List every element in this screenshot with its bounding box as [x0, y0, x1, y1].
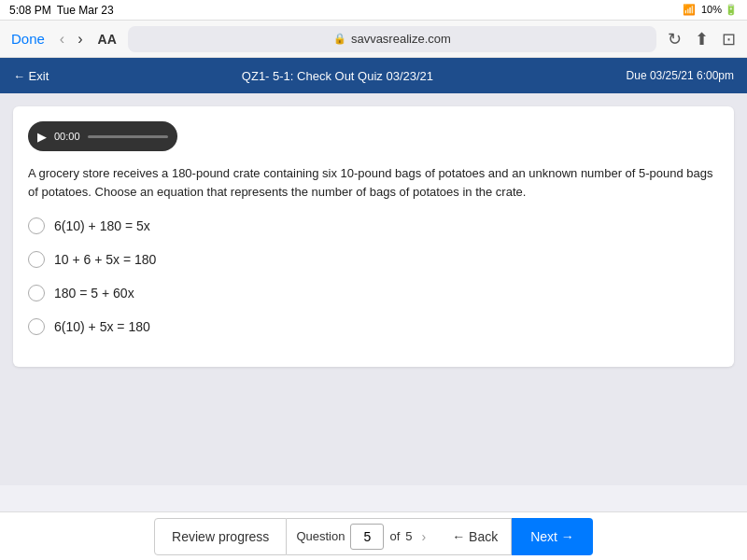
question-number-input[interactable] — [350, 524, 384, 550]
main-content: ▶ 00:00 A grocery store receives a 180-p… — [0, 93, 747, 485]
of-label: of — [389, 529, 400, 543]
total-questions: 5 — [405, 529, 412, 543]
audio-player[interactable]: ▶ 00:00 — [28, 121, 177, 151]
bookmarks-button[interactable]: ⊡ — [722, 29, 736, 49]
url-bar[interactable]: 🔒 savvasrealize.com — [128, 26, 656, 52]
exit-button[interactable]: ← Exit — [13, 69, 49, 83]
question-nav: Question of 5 › — [287, 518, 439, 555]
date-display: Tue Mar 23 — [57, 4, 114, 17]
radio-c[interactable] — [28, 285, 45, 301]
option-text-c: 180 = 5 + 60x — [54, 286, 134, 301]
radio-d[interactable] — [28, 318, 45, 335]
browser-actions: ↻ ⬆ ⊡ — [668, 29, 736, 49]
audio-time: 00:00 — [54, 131, 80, 142]
browser-toolbar: Done ‹ › AA 🔒 savvasrealize.com ↻ ⬆ ⊡ — [0, 21, 747, 58]
nav-arrows: ‹ › — [56, 29, 87, 49]
option-text-a: 6(10) + 180 = 5x — [54, 218, 150, 233]
play-button[interactable]: ▶ — [37, 130, 47, 144]
next-button[interactable]: Next → — [512, 518, 593, 555]
battery-display: 10% 🔋 — [701, 4, 738, 16]
answer-option-c[interactable]: 180 = 5 + 60x — [28, 285, 719, 301]
audio-progress-bar — [88, 135, 168, 138]
answer-option-a[interactable]: 6(10) + 180 = 5x — [28, 217, 719, 234]
wifi-icon: 📶 — [683, 4, 696, 16]
radio-b[interactable] — [28, 251, 45, 268]
radio-a[interactable] — [28, 217, 45, 234]
due-date: Due 03/25/21 6:00pm — [627, 69, 734, 82]
option-text-b: 10 + 6 + 5x = 180 — [54, 252, 156, 267]
option-text-d: 6(10) + 5x = 180 — [54, 319, 150, 334]
lock-icon: 🔒 — [333, 33, 346, 45]
bottom-bar: Review progress Question of 5 › ← Back N… — [0, 511, 747, 560]
text-size-button[interactable]: AA — [98, 32, 117, 47]
question-label: Question — [296, 529, 345, 543]
status-bar: 5:08 PM Tue Mar 23 📶 10% 🔋 — [0, 0, 747, 21]
status-left: 5:08 PM Tue Mar 23 — [9, 4, 114, 17]
refresh-button[interactable]: ↻ — [668, 29, 682, 49]
url-text: savvasrealize.com — [351, 32, 451, 46]
back-nav-button[interactable]: ‹ — [56, 29, 68, 49]
share-button[interactable]: ⬆ — [695, 29, 709, 49]
status-right: 📶 10% 🔋 — [683, 4, 738, 16]
question-nav-arrow[interactable]: › — [418, 529, 430, 544]
quiz-title: QZ1- 5-1: Check Out Quiz 03/23/21 — [242, 69, 433, 83]
done-button[interactable]: Done — [11, 31, 45, 47]
review-progress-button[interactable]: Review progress — [154, 518, 287, 555]
time-display: 5:08 PM — [9, 4, 51, 17]
question-card: ▶ 00:00 A grocery store receives a 180-p… — [13, 106, 734, 367]
forward-nav-button[interactable]: › — [74, 29, 86, 49]
answer-option-b[interactable]: 10 + 6 + 5x = 180 — [28, 251, 719, 268]
app-header: ← Exit QZ1- 5-1: Check Out Quiz 03/23/21… — [0, 58, 747, 93]
back-button[interactable]: ← Back — [439, 518, 512, 555]
question-text: A grocery store receives a 180-pound cra… — [28, 164, 719, 201]
answer-option-d[interactable]: 6(10) + 5x = 180 — [28, 318, 719, 335]
